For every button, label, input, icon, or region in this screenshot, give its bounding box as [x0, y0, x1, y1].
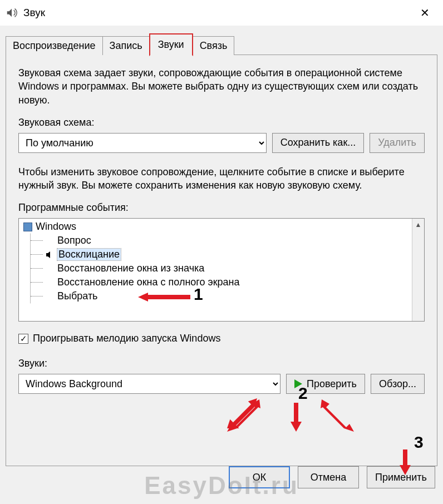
scheme-label: Звуковая схема: — [18, 117, 425, 129]
sound-icon — [6, 7, 18, 19]
tree-root-row[interactable]: Windows — [23, 221, 407, 233]
test-button[interactable]: Проверить — [286, 374, 365, 394]
sound-file-select[interactable]: Windows Background — [18, 374, 280, 394]
watermark: EasyDoIt.ru — [144, 472, 299, 500]
tree-children: Вопрос Восклицание Восстановление окна и… — [30, 234, 407, 303]
events-label: Программные события: — [18, 202, 425, 214]
event-item-label: Выбрать — [57, 290, 98, 302]
apply-button[interactable]: Применить — [367, 466, 435, 488]
events-scrollbar[interactable]: ▲ — [412, 219, 424, 321]
event-item-label: Восстановление окна из значка — [57, 263, 204, 274]
titlebar: Звук ✕ — [0, 0, 443, 26]
window-title: Звук — [23, 7, 412, 19]
startup-sound-checkbox-row[interactable]: ✓ Проигрывать мелодию запуска Windows — [18, 333, 425, 344]
scroll-up-button[interactable]: ▲ — [412, 219, 424, 231]
tab-sounds[interactable]: Звуки — [149, 33, 193, 56]
tab-container: Воспроизведение Запись Звуки Связь Звуко… — [6, 33, 437, 466]
tree-root: Windows Вопрос Восклицание — [23, 221, 407, 303]
test-button-label: Проверить — [307, 378, 357, 390]
event-item-1[interactable]: Восклицание — [31, 248, 407, 261]
tab-panel-sounds: Звуковая схема задает звуки, сопровождаю… — [6, 55, 437, 466]
scheme-select[interactable]: По умолчанию — [18, 133, 267, 153]
event-item-0[interactable]: Вопрос — [31, 234, 407, 248]
tab-recording[interactable]: Запись — [102, 36, 150, 55]
browse-button[interactable]: Обзор... — [371, 374, 425, 394]
event-item-label: Восстановление окна с полного экрана — [57, 276, 240, 288]
checkbox-icon[interactable]: ✓ — [18, 334, 28, 344]
windows-icon — [23, 223, 32, 231]
events-description: Чтобы изменить звуковое сопровождение, щ… — [18, 165, 425, 192]
tab-playback[interactable]: Воспроизведение — [6, 36, 103, 55]
tab-communications[interactable]: Связь — [193, 36, 235, 55]
sounds-row: Windows Background Проверить Обзор... — [18, 374, 425, 394]
startup-sound-label: Проигрывать мелодию запуска Windows — [33, 333, 220, 344]
event-item-label: Вопрос — [57, 235, 91, 246]
play-icon — [294, 379, 302, 388]
tab-row: Воспроизведение Запись Звуки Связь — [6, 33, 437, 55]
scheme-description: Звуковая схема задает звуки, сопровождаю… — [18, 66, 425, 107]
scroll-track[interactable] — [412, 231, 424, 321]
tree-root-label: Windows — [36, 221, 76, 233]
close-button[interactable]: ✕ — [412, 0, 437, 26]
speaker-icon — [45, 250, 55, 260]
events-listbox[interactable]: Windows Вопрос Восклицание — [18, 218, 425, 322]
scheme-row: По умолчанию Сохранить как... Удалить — [18, 133, 425, 153]
event-item-3[interactable]: Восстановление окна с полного экрана — [31, 275, 407, 289]
events-content: Windows Вопрос Восклицание — [19, 219, 412, 321]
event-item-4[interactable]: Выбрать — [31, 289, 407, 303]
save-as-button[interactable]: Сохранить как... — [272, 133, 365, 153]
delete-button[interactable]: Удалить — [370, 133, 425, 153]
event-item-2[interactable]: Восстановление окна из значка — [31, 261, 407, 275]
event-item-label: Восклицание — [57, 249, 121, 260]
cancel-button[interactable]: Отмена — [298, 466, 359, 488]
sounds-label: Звуки: — [18, 358, 425, 369]
